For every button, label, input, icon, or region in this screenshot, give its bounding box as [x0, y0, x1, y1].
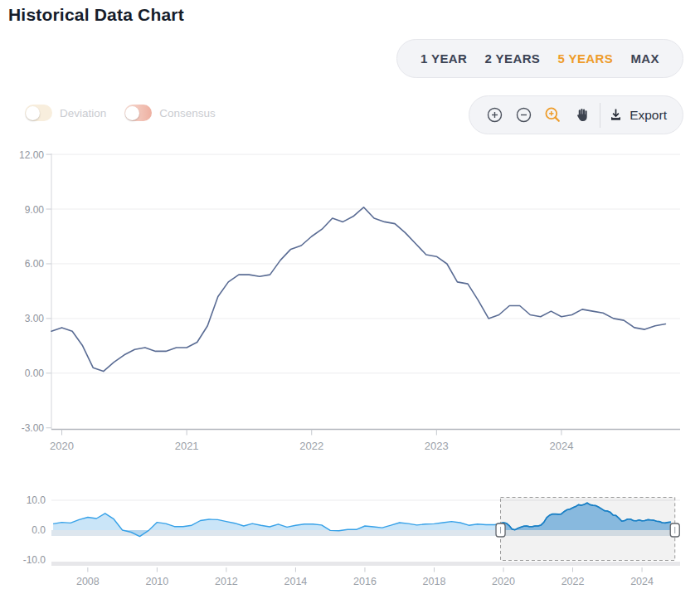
svg-text:9.00: 9.00	[25, 204, 45, 216]
svg-text:2024: 2024	[630, 576, 654, 587]
svg-text:0.0: 0.0	[32, 524, 46, 536]
main-series-line[interactable]	[51, 207, 665, 372]
svg-text:-10.0: -10.0	[23, 554, 46, 566]
svg-text:2018: 2018	[423, 576, 446, 587]
svg-text:12.00: 12.00	[19, 149, 44, 161]
svg-text:2021: 2021	[175, 440, 199, 452]
nav-scrollbar-track[interactable]	[51, 562, 680, 566]
svg-text:2022: 2022	[299, 440, 323, 452]
svg-text:2014: 2014	[284, 576, 308, 587]
svg-text:2012: 2012	[215, 576, 238, 587]
svg-text:2016: 2016	[353, 576, 377, 587]
main-chart[interactable]: 12.009.006.003.000.00-3.0020202021202220…	[19, 149, 680, 452]
svg-text:2008: 2008	[76, 576, 100, 587]
svg-text:-3.00: -3.00	[22, 422, 45, 434]
svg-text:2024: 2024	[549, 440, 573, 452]
svg-text:2022: 2022	[561, 576, 585, 587]
charts-canvas: 12.009.006.003.000.00-3.0020202021202220…	[0, 0, 700, 594]
svg-text:10.0: 10.0	[27, 494, 46, 506]
nav-selection-window[interactable]	[501, 498, 675, 561]
svg-text:0.00: 0.00	[25, 368, 45, 379]
svg-text:2020: 2020	[50, 440, 74, 452]
navigator-chart[interactable]: 10.00.0-10.02008201020122014201620182020…	[23, 494, 680, 587]
svg-text:2020: 2020	[492, 576, 515, 587]
svg-text:6.00: 6.00	[25, 258, 45, 270]
svg-text:2023: 2023	[425, 440, 449, 452]
svg-text:2010: 2010	[145, 576, 168, 587]
svg-text:3.00: 3.00	[25, 313, 45, 324]
